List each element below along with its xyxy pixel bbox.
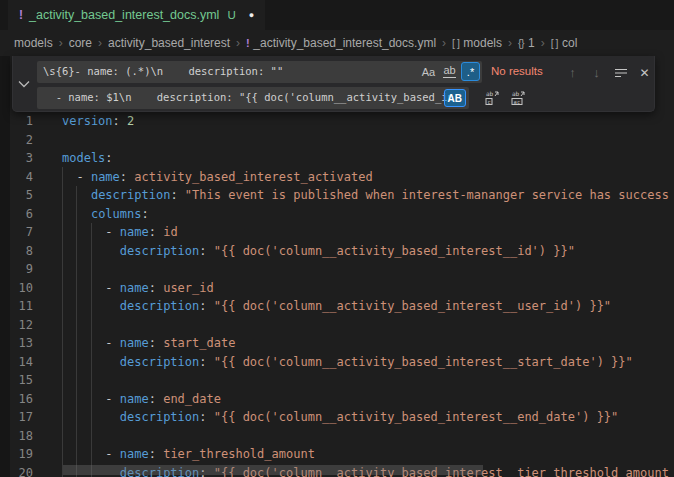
breadcrumb-label: col [562, 36, 577, 50]
unsaved-dot-icon[interactable]: ● [249, 10, 254, 20]
breadcrumb-label: core [69, 36, 92, 50]
line-number[interactable]: 3 [0, 149, 33, 168]
breadcrumb-item-1[interactable]: {}1 [518, 36, 535, 50]
replace-all-button[interactable]: ab ac [510, 89, 528, 107]
code-line[interactable]: - name: start_date [62, 334, 669, 353]
code-line[interactable]: description: "This event is published wh… [62, 186, 669, 205]
code-line[interactable]: description: "{{ doc('column__activity_b… [62, 297, 669, 316]
close-find-widget-button[interactable]: ✕ [635, 63, 654, 82]
line-number[interactable]: 19 [0, 445, 33, 464]
find-replace-widget: \s{6}- name: (.*)\n description: "" Aaab… [12, 56, 655, 112]
code-line[interactable]: - name: id [62, 223, 669, 242]
toggle-replace-button[interactable] [13, 56, 35, 111]
replace-value-text: - name: $1\n description: "{{ doc('colum… [43, 91, 454, 103]
find-input[interactable]: \s{6}- name: (.*)\n description: "" Aaab… [37, 61, 482, 83]
find-query-text: \s{6}- name: (.*)\n description: "" [43, 65, 283, 77]
indent-guide [76, 186, 77, 477]
line-number[interactable]: 4 [0, 168, 33, 187]
code-line[interactable] [62, 316, 669, 335]
line-number[interactable]: 14 [0, 353, 33, 372]
find-in-selection-button[interactable] [611, 63, 630, 82]
code-line[interactable] [62, 131, 669, 150]
breadcrumb-separator: › [442, 36, 446, 50]
whole-word-toggle[interactable]: ab [440, 62, 459, 81]
breadcrumb-separator: › [236, 36, 240, 50]
replace-icon: ab c [484, 90, 500, 106]
breadcrumb-item-models[interactable]: [ ]models [452, 36, 502, 50]
code-line[interactable] [62, 427, 669, 446]
breadcrumb-label: 1 [528, 36, 535, 50]
code-line[interactable] [62, 260, 669, 279]
breadcrumb-item-_activity_based_interest_docs.yml[interactable]: !_activity_based_interest_docs.yml [246, 36, 436, 50]
preserve-case-toggle[interactable]: AB [444, 89, 466, 107]
yaml-file-icon: ! [246, 37, 249, 49]
breadcrumb-separator: › [541, 36, 545, 50]
code-line[interactable]: description: "{{ doc('column__activity_b… [62, 408, 669, 427]
tab-bar: ! _activity_based_interest_docs.yml U ● [0, 0, 674, 30]
line-number[interactable]: 18 [0, 427, 33, 446]
line-number[interactable]: 6 [0, 205, 33, 224]
code-line[interactable]: - name: user_id [62, 279, 669, 298]
breadcrumb-label: activity_based_interest [108, 36, 230, 50]
line-number[interactable]: 16 [0, 390, 33, 409]
breadcrumb-item-models[interactable]: models [14, 36, 53, 50]
replace-all-icon: ab ac [511, 90, 528, 106]
chevron-down-icon [18, 80, 30, 88]
match-case-toggle[interactable]: Aa [419, 62, 438, 81]
line-number[interactable]: 15 [0, 371, 33, 390]
previous-match-button[interactable]: ↑ [563, 63, 582, 82]
replace-input[interactable]: - name: $1\n description: "{{ doc('colum… [37, 87, 469, 109]
code-line[interactable]: description: "{{ doc('column__activity_b… [62, 242, 669, 261]
indent-guide [91, 223, 92, 477]
line-number-gutter: 1234567891011121314151617181920 [0, 112, 33, 477]
regex-toggle[interactable]: .* [461, 62, 480, 81]
selection-icon [614, 67, 628, 79]
line-number[interactable]: 8 [0, 242, 33, 261]
line-number[interactable]: 11 [0, 297, 33, 316]
breadcrumb: models›core›activity_based_interest›!_ac… [0, 30, 674, 56]
git-status-badge: U [227, 9, 235, 21]
vscode-window: ! _activity_based_interest_docs.yml U ● … [0, 0, 674, 477]
line-number[interactable]: 7 [0, 223, 33, 242]
breadcrumb-label: _activity_based_interest_docs.yml [253, 36, 436, 50]
code-line[interactable]: - name: tier_threshold_amount [62, 445, 669, 464]
next-match-button[interactable]: ↓ [587, 63, 606, 82]
line-number[interactable]: 10 [0, 279, 33, 298]
line-number[interactable]: 20 [0, 464, 33, 477]
code-line[interactable]: columns: [62, 205, 669, 224]
array-symbol-icon: [ ] [452, 37, 459, 49]
code-line[interactable]: - name: end_date [62, 390, 669, 409]
breadcrumb-item-activity_based_interest[interactable]: activity_based_interest [108, 36, 230, 50]
code-line[interactable]: description: "{{ doc('column__activity_b… [62, 353, 669, 372]
code-area[interactable]: version: 2models: - name: activity_based… [62, 112, 669, 477]
array-symbol-icon: [ ] [551, 37, 558, 49]
code-line[interactable]: - name: activity_based_interest_activate… [62, 168, 669, 187]
breadcrumb-separator: › [59, 36, 63, 50]
find-option-toggles: Aaab.* [419, 62, 480, 81]
line-number[interactable]: 1 [0, 112, 33, 131]
breadcrumb-item-col[interactable]: [ ]col [551, 36, 578, 50]
line-number[interactable]: 2 [0, 131, 33, 150]
breadcrumb-separator: › [98, 36, 102, 50]
code-line[interactable] [62, 371, 669, 390]
line-number[interactable]: 12 [0, 316, 33, 335]
breadcrumb-item-core[interactable]: core [69, 36, 92, 50]
line-number[interactable]: 5 [0, 186, 33, 205]
svg-text:ac: ac [513, 99, 520, 105]
indent-guide [62, 167, 63, 477]
svg-text:ab: ab [512, 90, 520, 97]
replace-button[interactable]: ab c [483, 89, 501, 107]
replace-actions: ab c ab ac [483, 89, 528, 107]
breadcrumb-separator: › [508, 36, 512, 50]
horizontal-scrollbar[interactable] [63, 465, 483, 475]
line-number[interactable]: 17 [0, 408, 33, 427]
editor-tab[interactable]: ! _activity_based_interest_docs.yml U ● [8, 0, 265, 30]
yaml-file-icon: ! [19, 8, 23, 22]
line-number[interactable]: 13 [0, 334, 33, 353]
line-number[interactable]: 9 [0, 260, 33, 279]
code-line[interactable]: models: [62, 149, 669, 168]
breadcrumb-label: models [14, 36, 53, 50]
svg-text:c: c [488, 99, 491, 105]
code-line[interactable]: version: 2 [62, 112, 669, 131]
find-status: No results [491, 65, 543, 77]
